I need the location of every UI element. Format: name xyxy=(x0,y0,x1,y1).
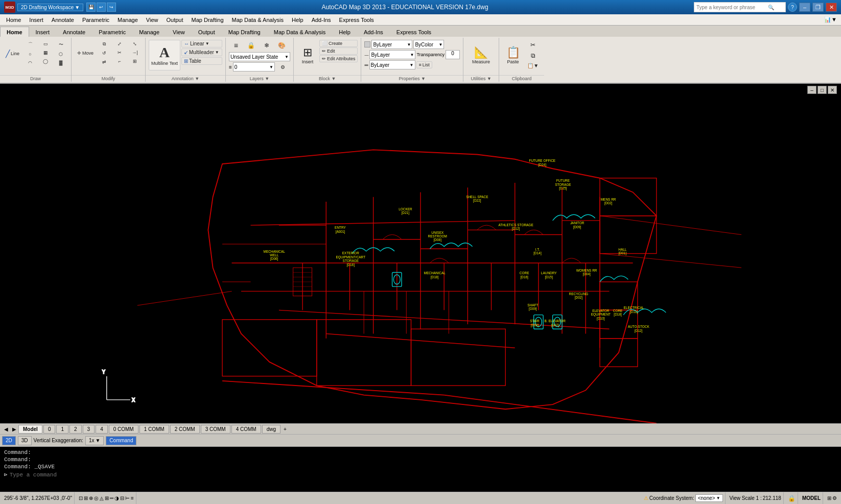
close-button[interactable]: ✕ xyxy=(826,3,837,12)
prev-tab-button[interactable]: ◀ xyxy=(2,426,10,432)
gradient-button[interactable]: ▓ xyxy=(54,59,68,67)
polar-icon[interactable]: ◎ xyxy=(94,495,99,501)
polyline-button[interactable]: ⌒ xyxy=(23,40,37,50)
tab-2comm[interactable]: 2 COMM xyxy=(170,425,200,434)
tab-3[interactable]: 3 xyxy=(83,425,95,434)
layer-freeze-button[interactable]: ❄ xyxy=(260,40,274,51)
tab-0comm[interactable]: 0 COMM xyxy=(109,425,138,434)
linewidth-icon[interactable]: ⊢ xyxy=(125,495,130,501)
rotate-button[interactable]: ↺ xyxy=(97,49,111,57)
tab-2[interactable]: 2 xyxy=(69,425,82,434)
color-dropdown[interactable]: ByLayer ▼ xyxy=(371,40,412,49)
transparency-icon[interactable]: ◑ xyxy=(114,495,119,501)
dynmode-icon[interactable]: ⊟ xyxy=(120,495,124,501)
coord-sys-dropdown[interactable]: <none> ▼ xyxy=(695,494,723,502)
menu-item-annotate[interactable]: Annotate xyxy=(48,16,78,24)
tab-3comm[interactable]: 3 COMM xyxy=(201,425,230,434)
edit-block-button[interactable]: ✏ Edit xyxy=(319,47,358,55)
menu-item-help[interactable]: Help xyxy=(288,16,308,24)
menu-item-express[interactable]: Express Tools xyxy=(335,16,378,24)
linetype-dropdown[interactable]: ByLayer ▼ xyxy=(369,50,415,59)
help-icon[interactable]: ? xyxy=(788,3,797,12)
menu-item-output[interactable]: Output xyxy=(162,16,188,24)
lock-icon[interactable]: 🔒 xyxy=(788,495,796,502)
array-button[interactable]: ⊞ xyxy=(128,57,142,65)
tab-express[interactable]: Express Tools xyxy=(390,27,438,37)
tab-insert[interactable]: Insert xyxy=(29,27,57,37)
tab-4[interactable]: 4 xyxy=(96,425,108,434)
region-button[interactable]: ⬡ xyxy=(54,50,68,58)
command-input[interactable] xyxy=(10,472,837,478)
tab-model[interactable]: Model xyxy=(18,425,42,434)
restore-button[interactable]: ❐ xyxy=(812,3,824,12)
quickprop-icon[interactable]: ≡ xyxy=(131,495,134,501)
command-button[interactable]: Command xyxy=(106,436,136,445)
layer-dropdown[interactable]: 0 ▼ xyxy=(233,62,275,71)
drawing-minimize-button[interactable]: – xyxy=(807,86,816,94)
tab-dwg[interactable]: dwg xyxy=(262,425,281,434)
ortho-icon[interactable]: ⊕ xyxy=(89,495,93,501)
cut-button[interactable]: ✂ xyxy=(525,40,541,50)
hatch-button[interactable]: ▦ xyxy=(38,49,53,57)
grid-icon[interactable]: ⊞ xyxy=(84,495,88,501)
lineweight-dropdown[interactable]: ByLayer ▼ xyxy=(369,60,415,69)
mirror-button[interactable]: ⇌ xyxy=(97,58,111,66)
menu-item-addins[interactable]: Add-Ins xyxy=(308,16,335,24)
workspace-dropdown[interactable]: 2D Drafting Workspace ▼ xyxy=(17,4,83,11)
tab-parametric[interactable]: Parametric xyxy=(92,27,132,37)
tab-annotate[interactable]: Annotate xyxy=(56,27,92,37)
tab-view[interactable]: View xyxy=(166,27,192,37)
next-tab-button[interactable]: ▶ xyxy=(10,426,18,432)
new-layout-button[interactable]: + xyxy=(282,426,289,432)
trim-button[interactable]: ✂ xyxy=(112,49,127,57)
paste-special-button[interactable]: 📋▼ xyxy=(525,61,541,70)
minimize-button[interactable]: – xyxy=(799,3,810,12)
view-2d-button[interactable]: 2D xyxy=(2,436,16,445)
menu-item-parametric[interactable]: Parametric xyxy=(78,16,113,24)
transparency-input[interactable]: 0 xyxy=(446,50,460,59)
drawing-area[interactable]: – □ ✕ xyxy=(0,84,841,423)
menu-item-manage[interactable]: Manage xyxy=(113,16,142,24)
scale-button[interactable]: ⤢ xyxy=(112,40,127,48)
linear-button[interactable]: ↔ Linear ▼ xyxy=(181,40,222,47)
circle-button[interactable]: ○ xyxy=(23,50,37,58)
stretch-button[interactable]: ⤡ xyxy=(128,40,142,48)
toolbar-icon[interactable]: ↩ xyxy=(97,3,106,12)
spline-button[interactable]: 〜 xyxy=(54,40,68,50)
tab-output[interactable]: Output xyxy=(192,27,222,37)
layer-color-button[interactable]: 🎨 xyxy=(275,40,289,51)
multileader-button[interactable]: ↙ Multileader ▼ xyxy=(181,49,222,56)
drawing-restore-button[interactable]: □ xyxy=(817,86,827,94)
tab-addins[interactable]: Add-Ins xyxy=(357,27,390,37)
tab-0[interactable]: 0 xyxy=(43,425,56,434)
move-button[interactable]: ✛ Move xyxy=(75,40,96,66)
tab-home[interactable]: Home xyxy=(0,27,29,37)
table-button[interactable]: ⊞ Table xyxy=(181,57,222,65)
insert-button[interactable]: ⊞ Insert xyxy=(297,40,318,70)
copy-clip-button[interactable]: ⧉ xyxy=(525,51,541,61)
performance-icon[interactable]: 📊▼ xyxy=(822,16,839,23)
create-button[interactable]: ⬜ Create xyxy=(319,40,358,47)
menu-item-mapdrafting[interactable]: Map Drafting xyxy=(188,16,228,24)
layer-manager-button[interactable]: ≡ xyxy=(229,40,243,51)
lineweight-icon[interactable]: ═ xyxy=(110,495,113,501)
view-3d-button[interactable]: 3D xyxy=(18,436,32,445)
layer-properties-button[interactable]: 🔒 xyxy=(244,40,259,51)
search-input[interactable] xyxy=(696,5,768,10)
copy-button[interactable]: ⧉ xyxy=(97,40,111,49)
menu-item-insert[interactable]: Insert xyxy=(25,16,48,24)
line-button[interactable]: ╱ Line xyxy=(3,40,22,67)
search-box[interactable]: 🔍 xyxy=(694,2,786,12)
bycolor-dropdown[interactable]: ByColor ▼ xyxy=(413,40,444,49)
drawing-close-button[interactable]: ✕ xyxy=(828,86,837,94)
fillet-button[interactable]: ⌐ xyxy=(112,57,127,65)
menu-item-home[interactable]: Home xyxy=(2,16,25,24)
settings-icon[interactable]: ⚙ xyxy=(832,495,837,501)
layer-tools-icon[interactable]: ⚙ xyxy=(276,63,290,71)
menu-item-view[interactable]: View xyxy=(142,16,162,24)
tab-mapdrafting[interactable]: Map Drafting xyxy=(222,27,267,37)
tab-mapdata[interactable]: Map Data & Analysis xyxy=(267,27,333,37)
extend-button[interactable]: →| xyxy=(128,49,142,57)
viewport-icon[interactable]: ⊞ xyxy=(827,495,831,501)
tab-help[interactable]: Help xyxy=(332,27,357,37)
